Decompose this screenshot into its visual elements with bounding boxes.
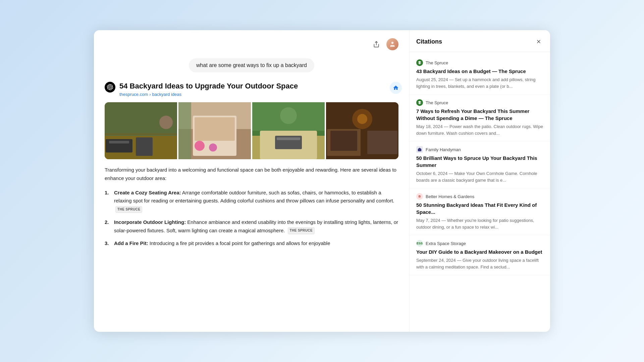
citation-source-row-4: B Better Homes & Gardens xyxy=(416,193,543,200)
citation-snippet-1: August 25, 2024 — Set up a hammock and a… xyxy=(416,76,543,89)
citation-item-1[interactable]: The Spruce 43 Backyard Ideas on a Budget… xyxy=(410,55,550,95)
citations-list: The Spruce 43 Backyard Ideas on a Budget… xyxy=(410,52,550,332)
backyard-image-2 xyxy=(178,102,251,159)
svg-point-29 xyxy=(357,114,367,124)
source-path: backyard ideas xyxy=(152,92,181,97)
svg-point-1 xyxy=(391,42,394,44)
list-item-2: 2. Incorporate Outdoor Lighting: Enhance… xyxy=(105,218,398,235)
list-heading-3: Add a Fire Pit: xyxy=(114,240,148,246)
citation-title-1: 43 Backyard Ideas on a Budget — The Spru… xyxy=(416,68,543,75)
citation-item-5[interactable]: ESS Extra Space Storage Your DIY Guide t… xyxy=(410,235,550,275)
main-container: what are some great ways to fix up a bac… xyxy=(94,30,550,332)
list-body-3: Introducing a fire pit provides a focal … xyxy=(150,240,330,246)
image-grid xyxy=(105,102,398,159)
citations-header: Citations xyxy=(410,30,550,52)
avatar[interactable] xyxy=(386,38,398,50)
backyard-image-3 xyxy=(252,102,325,159)
user-message-text: what are some great ways to fix up a bac… xyxy=(189,58,314,72)
backyard-image-4 xyxy=(326,102,398,159)
answer-intro-text: Transforming your backyard into a welcom… xyxy=(105,166,398,183)
svg-rect-12 xyxy=(195,117,235,141)
citation-badge-2[interactable]: THE SPRUCE xyxy=(288,227,315,234)
citation-title-4: 50 Stunning Backyard Ideas That Fit Ever… xyxy=(416,201,543,216)
bhg-logo: B xyxy=(416,193,423,200)
svg-point-22 xyxy=(280,107,297,124)
citation-title-3: 50 Brilliant Ways to Spruce Up Your Back… xyxy=(416,155,543,169)
citation-snippet-4: May 7, 2024 — Whether you're looking for… xyxy=(416,217,543,230)
citation-item-4[interactable]: B Better Homes & Gardens 50 Stunning Bac… xyxy=(410,188,550,235)
ess-logo: ESS xyxy=(416,240,423,247)
citation-item-3[interactable]: Family Handyman 50 Brilliant Ways to Spr… xyxy=(410,141,550,188)
citation-source-name-4: Better Homes & Gardens xyxy=(426,194,474,199)
answer-block: 54 Backyard Ideas to Upgrade Your Outdoo… xyxy=(119,82,398,97)
svg-rect-32 xyxy=(419,150,420,151)
answer-list: 1. Create a Cozy Seating Area: Arrange c… xyxy=(105,189,398,248)
fh-logo xyxy=(416,146,423,153)
answer-title: 54 Backyard Ideas to Upgrade Your Outdoo… xyxy=(119,82,398,90)
citation-source-name-5: Extra Space Storage xyxy=(426,241,466,246)
top-bar xyxy=(105,38,398,50)
list-num-2: 2. xyxy=(105,218,111,235)
citation-snippet-2: May 18, 2024 — Power wash the patio. Cle… xyxy=(416,123,543,136)
citations-panel: Citations The Spruce 43 Backyard xyxy=(409,30,550,332)
list-item-3: 3. Add a Fire Pit: Introducing a fire pi… xyxy=(105,239,398,248)
openai-logo xyxy=(105,82,115,93)
close-citations-button[interactable] xyxy=(534,37,543,46)
list-item-1: 1. Create a Cozy Seating Area: Arrange c… xyxy=(105,189,398,214)
svg-point-7 xyxy=(159,116,173,129)
citation-source-row-1: The Spruce xyxy=(416,59,543,66)
svg-rect-6 xyxy=(136,137,153,156)
svg-rect-15 xyxy=(178,102,191,159)
user-message-bubble: what are some great ways to fix up a bac… xyxy=(105,58,398,72)
svg-point-14 xyxy=(209,143,217,152)
svg-rect-20 xyxy=(277,137,300,140)
citation-source-name-3: Family Handyman xyxy=(426,147,461,152)
svg-rect-5 xyxy=(109,141,129,143)
citation-source-name-2: The Spruce xyxy=(426,100,448,105)
citation-snippet-5: September 24, 2024 — Give your outdoor l… xyxy=(416,257,543,270)
citation-item-2[interactable]: The Spruce 7 Ways to Refresh Your Backya… xyxy=(410,95,550,141)
svg-rect-26 xyxy=(330,131,357,151)
source-domain: thespruce.com xyxy=(119,92,148,97)
citations-title: Citations xyxy=(416,38,442,45)
list-heading-1: Create a Cozy Seating Area: xyxy=(114,190,181,195)
citation-source-row-3: Family Handyman xyxy=(416,146,543,153)
citation-title-2: 7 Ways to Refresh Your Backyard This Sum… xyxy=(416,108,543,122)
left-panel: what are some great ways to fix up a bac… xyxy=(94,30,409,332)
list-heading-2: Incorporate Outdoor Lighting: xyxy=(114,219,186,225)
list-num-3: 3. xyxy=(105,239,111,248)
citation-source-row-2: The Spruce xyxy=(416,99,543,106)
backyard-image-1 xyxy=(105,102,177,159)
svg-point-13 xyxy=(195,141,205,151)
citation-source-name-1: The Spruce xyxy=(426,60,448,65)
spruce-logo-1 xyxy=(416,59,423,66)
list-content-1: Create a Cozy Seating Area: Arrange comf… xyxy=(114,189,398,214)
citation-snippet-3: October 6, 2024 — Make Your Own Cornhole… xyxy=(416,170,543,183)
citation-badge-1[interactable]: THE SPRUCE xyxy=(115,206,142,213)
answer-source[interactable]: thespruce.com › backyard ideas xyxy=(119,92,398,97)
citation-title-5: Your DIY Guide to a Backyard Makeover on… xyxy=(416,248,543,255)
home-icon-button[interactable] xyxy=(390,82,402,94)
spruce-logo-2 xyxy=(416,99,423,106)
answer-section: 54 Backyard Ideas to Upgrade Your Outdoo… xyxy=(105,82,398,97)
list-num-1: 1. xyxy=(105,189,111,214)
svg-rect-27 xyxy=(367,131,397,154)
source-separator: › xyxy=(149,92,151,97)
list-content-2: Incorporate Outdoor Lighting: Enhance am… xyxy=(114,218,398,235)
list-content-3: Add a Fire Pit: Introducing a fire pit p… xyxy=(114,239,330,248)
citation-source-row-5: ESS Extra Space Storage xyxy=(416,240,543,247)
share-button[interactable] xyxy=(370,38,382,50)
